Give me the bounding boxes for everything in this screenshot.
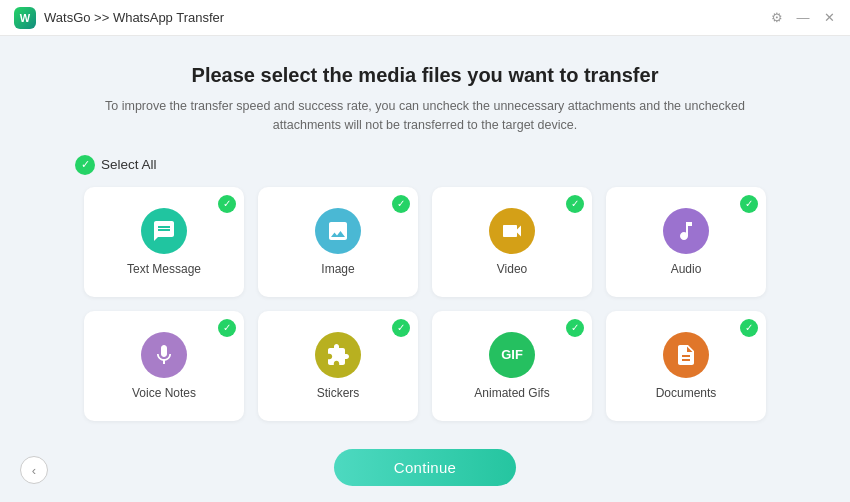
card-label-documents: Documents [656, 386, 717, 400]
media-card-voice-notes[interactable]: ✓Voice Notes [84, 311, 244, 421]
select-all-check[interactable]: ✓ [75, 155, 95, 175]
card-check-voice-notes: ✓ [218, 319, 236, 337]
card-check-stickers: ✓ [392, 319, 410, 337]
card-label-stickers: Stickers [317, 386, 360, 400]
media-card-documents[interactable]: ✓Documents [606, 311, 766, 421]
minimize-icon[interactable]: — [796, 11, 810, 25]
main-content: Please select the media files you want t… [0, 36, 850, 502]
title-bar-controls: ⚙ — ✕ [770, 11, 836, 25]
icon-circle-documents [663, 332, 709, 378]
card-label-video: Video [497, 262, 527, 276]
icon-circle-voice-notes [141, 332, 187, 378]
page-subtitle: To improve the transfer speed and succes… [85, 97, 765, 135]
media-card-stickers[interactable]: ✓Stickers [258, 311, 418, 421]
icon-circle-stickers [315, 332, 361, 378]
card-check-text-message: ✓ [218, 195, 236, 213]
card-label-voice-notes: Voice Notes [132, 386, 196, 400]
card-label-audio: Audio [671, 262, 702, 276]
media-card-text-message[interactable]: ✓Text Message [84, 187, 244, 297]
title-bar: W WatsGo >> WhatsApp Transfer ⚙ — ✕ [0, 0, 850, 36]
back-icon: ‹ [32, 463, 36, 478]
app-logo: W [14, 7, 36, 29]
media-card-audio[interactable]: ✓Audio [606, 187, 766, 297]
continue-button[interactable]: Continue [334, 449, 516, 486]
icon-circle-text-message [141, 208, 187, 254]
title-bar-left: W WatsGo >> WhatsApp Transfer [14, 7, 224, 29]
card-check-image: ✓ [392, 195, 410, 213]
page-title: Please select the media files you want t… [192, 64, 659, 87]
media-grid: ✓Text Message✓Image✓Video✓Audio✓Voice No… [84, 187, 766, 421]
icon-circle-image [315, 208, 361, 254]
icon-circle-audio [663, 208, 709, 254]
select-all-label: Select All [101, 157, 157, 172]
title-bar-title: WatsGo >> WhatsApp Transfer [44, 10, 224, 25]
media-card-image[interactable]: ✓Image [258, 187, 418, 297]
icon-circle-video [489, 208, 535, 254]
card-check-animated-gifs: ✓ [566, 319, 584, 337]
card-label-image: Image [321, 262, 354, 276]
media-card-animated-gifs[interactable]: ✓GIFAnimated Gifs [432, 311, 592, 421]
card-check-documents: ✓ [740, 319, 758, 337]
close-icon[interactable]: ✕ [822, 11, 836, 25]
settings-icon[interactable]: ⚙ [770, 11, 784, 25]
icon-circle-animated-gifs: GIF [489, 332, 535, 378]
card-label-text-message: Text Message [127, 262, 201, 276]
card-check-video: ✓ [566, 195, 584, 213]
card-label-animated-gifs: Animated Gifs [474, 386, 549, 400]
select-all-row[interactable]: ✓ Select All [75, 155, 775, 175]
card-check-audio: ✓ [740, 195, 758, 213]
media-card-video[interactable]: ✓Video [432, 187, 592, 297]
back-button[interactable]: ‹ [20, 456, 48, 484]
